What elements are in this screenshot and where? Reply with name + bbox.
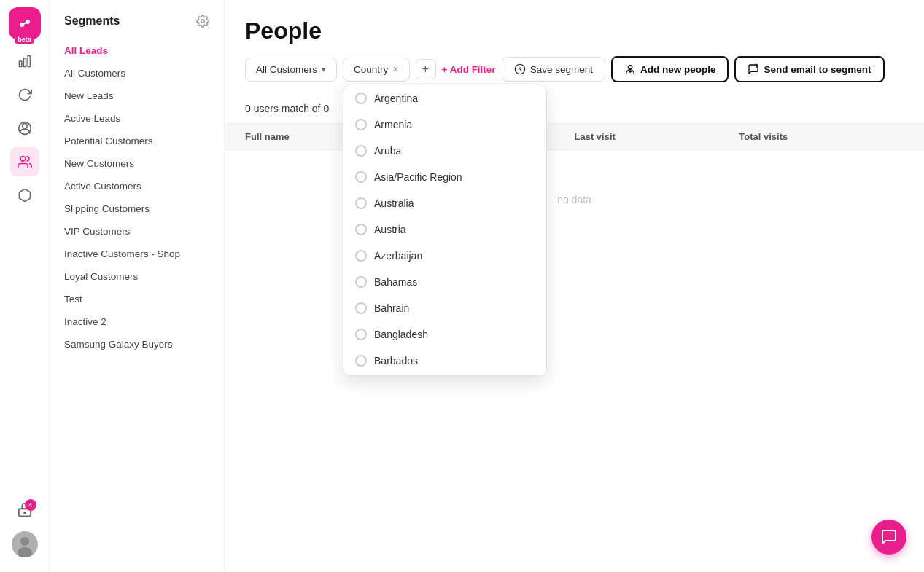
country-item-3[interactable]: Asia/Pacific Region: [343, 164, 546, 190]
radio-circle: [355, 355, 367, 367]
sidebar-header: Segments: [50, 15, 224, 39]
radio-circle: [355, 224, 367, 235]
svg-rect-4: [23, 58, 26, 67]
country-item-5[interactable]: Austria: [343, 216, 546, 243]
nav-people[interactable]: [10, 147, 39, 176]
empty-state-text: no data: [557, 194, 591, 205]
sidebar-item-13[interactable]: Samsung Galaxy Buyers: [50, 333, 224, 356]
save-segment-label: Save segment: [530, 64, 593, 75]
country-label: Austria: [374, 224, 406, 235]
nav-bar-chart[interactable]: [10, 47, 39, 76]
radio-circle: [355, 302, 367, 314]
radio-circle: [355, 329, 367, 340]
country-filter-close[interactable]: ×: [392, 64, 398, 74]
sidebar-item-1[interactable]: All Customers: [50, 62, 224, 85]
sidebar-item-5[interactable]: New Customers: [50, 152, 224, 175]
radio-circle: [355, 119, 367, 130]
country-label: Argentina: [374, 93, 418, 104]
add-people-label: Add new people: [640, 64, 716, 75]
sidebar-item-3[interactable]: Active Leads: [50, 107, 224, 130]
country-label: Bangladesh: [374, 329, 428, 340]
add-filter-label: + Add Filter: [442, 64, 496, 75]
country-label: Bahamas: [374, 276, 417, 288]
country-label: Armenia: [374, 119, 412, 130]
country-item-2[interactable]: Aruba: [343, 138, 546, 164]
col-totalvisits: Total visits: [739, 131, 904, 142]
table-header: Full name Last visit Total visits: [225, 124, 924, 150]
country-label: Azerbaijan: [374, 250, 422, 262]
country-item-4[interactable]: Australia: [343, 190, 546, 216]
sidebar-title: Segments: [64, 15, 120, 28]
table-empty-state: no data: [225, 150, 924, 249]
match-info: 0 users match of 0: [225, 94, 924, 124]
country-label: Bahrain: [374, 302, 409, 314]
country-filter-wrapper: Country × ArgentinaArmeniaArubaAsia/Paci…: [343, 58, 409, 82]
radio-circle: [355, 93, 367, 104]
country-label: Aruba: [374, 145, 401, 157]
add-filter-plus-button[interactable]: +: [416, 59, 436, 79]
country-item-8[interactable]: Bahrain: [343, 295, 546, 321]
country-item-1[interactable]: Armenia: [343, 111, 546, 138]
sidebar-item-4[interactable]: Potential Customers: [50, 130, 224, 152]
sidebar-item-0[interactable]: All Leads: [50, 39, 224, 62]
add-people-button[interactable]: Add new people: [611, 56, 729, 82]
icon-bar: beta 4: [0, 0, 50, 572]
radio-circle: [355, 197, 367, 209]
radio-circle: [355, 171, 367, 183]
send-email-label: Send email to segment: [764, 64, 871, 75]
notification-button[interactable]: 4: [10, 496, 39, 525]
country-label: Barbados: [374, 355, 418, 367]
send-email-button[interactable]: Send email to segment: [734, 56, 884, 82]
svg-point-16: [628, 66, 632, 69]
nav-refresh[interactable]: [10, 80, 39, 109]
sidebar-item-7[interactable]: Slipping Customers: [50, 197, 224, 220]
sidebar-item-10[interactable]: Loyal Customers: [50, 265, 224, 288]
svg-point-14: [201, 20, 205, 23]
user-avatar[interactable]: [12, 531, 38, 557]
sidebar-item-2[interactable]: New Leads: [50, 85, 224, 107]
page-title: People: [245, 17, 904, 44]
logo-button[interactable]: beta: [9, 7, 41, 39]
beta-badge: beta: [15, 35, 34, 44]
col-lastvisit: Last visit: [575, 131, 739, 142]
country-item-0[interactable]: Argentina: [343, 85, 546, 111]
gear-button[interactable]: [196, 15, 209, 28]
sidebar-item-11[interactable]: Test: [50, 288, 224, 310]
country-item-6[interactable]: Azerbaijan: [343, 243, 546, 269]
svg-point-12: [20, 537, 29, 546]
country-item-11[interactable]: Belarus: [343, 374, 546, 376]
country-label: Australia: [374, 197, 414, 209]
sidebar: Segments All LeadsAll CustomersNew Leads…: [50, 0, 225, 572]
nav-person-circle[interactable]: [10, 114, 39, 143]
add-filter-button[interactable]: + Add Filter: [442, 64, 496, 75]
main-header: People All Customers ▾ Country × Argenti…: [225, 0, 924, 94]
sidebar-item-8[interactable]: VIP Customers: [50, 220, 224, 243]
svg-rect-5: [28, 56, 30, 67]
sidebar-item-9[interactable]: Inactive Customers - Shop: [50, 243, 224, 265]
main-content: People All Customers ▾ Country × Argenti…: [225, 0, 924, 572]
country-filter-button[interactable]: Country ×: [343, 58, 409, 82]
country-label: Asia/Pacific Region: [374, 171, 462, 183]
country-item-10[interactable]: Barbados: [343, 348, 546, 374]
nav-cube[interactable]: [10, 181, 39, 210]
sidebar-item-6[interactable]: Active Customers: [50, 175, 224, 197]
svg-point-10: [24, 512, 26, 514]
match-info-text: 0 users match of 0: [245, 103, 329, 114]
radio-circle: [355, 250, 367, 262]
sidebar-items-container: All LeadsAll CustomersNew LeadsActive Le…: [50, 39, 224, 356]
country-item-9[interactable]: Bangladesh: [343, 321, 546, 348]
country-dropdown: ArgentinaArmeniaArubaAsia/Pacific Region…: [343, 85, 547, 376]
segment-filter-button[interactable]: All Customers ▾: [245, 58, 337, 82]
save-segment-button[interactable]: Save segment: [502, 57, 605, 82]
chat-bubble-button[interactable]: [871, 520, 906, 555]
sidebar-item-12[interactable]: Inactive 2: [50, 310, 224, 333]
radio-circle: [355, 276, 367, 288]
chevron-down-icon: ▾: [322, 65, 326, 74]
notification-badge: 4: [25, 499, 36, 511]
country-item-7[interactable]: Bahamas: [343, 269, 546, 295]
radio-circle: [355, 145, 367, 157]
svg-point-6: [22, 123, 27, 128]
svg-rect-3: [19, 61, 21, 67]
svg-point-8: [20, 157, 26, 162]
filter-bar: All Customers ▾ Country × ArgentinaArmen…: [245, 56, 904, 82]
